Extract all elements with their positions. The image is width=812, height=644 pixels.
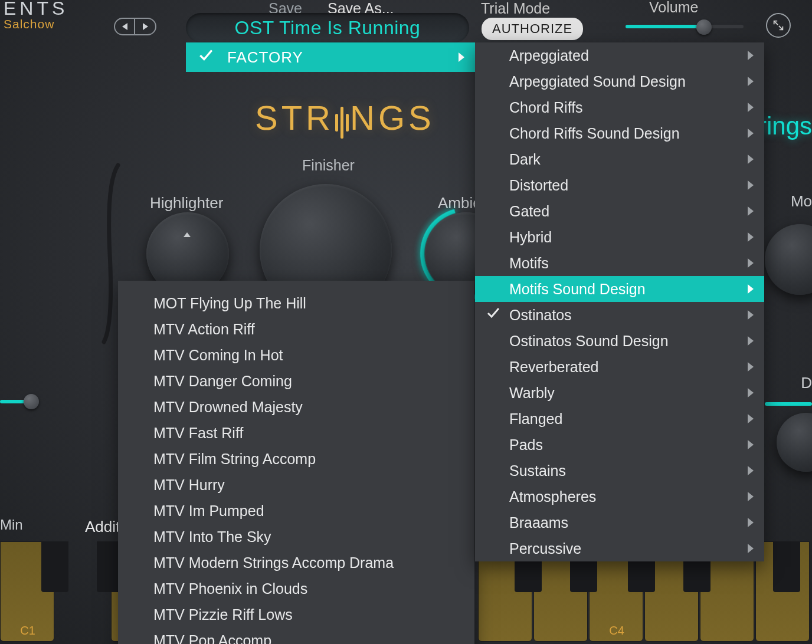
- volume-thumb[interactable]: [696, 19, 712, 35]
- category-item[interactable]: Chord Riffs: [475, 94, 764, 120]
- category-item[interactable]: Distorted: [475, 172, 764, 198]
- category-item[interactable]: Ostinatos Sound Design: [475, 328, 764, 354]
- chevron-right-icon: [748, 284, 754, 294]
- chevron-right-icon: [748, 206, 754, 216]
- category-label: Flanged: [509, 410, 562, 428]
- prev-preset-button[interactable]: [115, 19, 135, 34]
- preset-item[interactable]: MTV Coming In Hot: [118, 342, 474, 368]
- category-label: Percussive: [509, 540, 581, 557]
- category-label: Warbly: [509, 385, 555, 402]
- chevron-right-icon: [748, 388, 754, 397]
- category-item[interactable]: Gated: [475, 198, 764, 224]
- preset-item[interactable]: MTV Pizzie Riff Lows: [118, 602, 474, 627]
- category-item[interactable]: Percussive: [475, 535, 764, 561]
- category-label: Dark: [509, 151, 541, 168]
- category-label: Braaams: [509, 514, 568, 531]
- volume-fill: [626, 25, 702, 28]
- category-item[interactable]: Motifs Sound Design: [475, 276, 764, 302]
- preset-item[interactable]: MOT Flying Up The Hill: [118, 290, 474, 316]
- chevron-right-icon: [748, 362, 754, 372]
- logo-bars-icon: [334, 100, 350, 139]
- category-label: Gated: [509, 203, 549, 220]
- chevron-right-icon: [748, 336, 754, 346]
- chevron-right-icon: [748, 310, 754, 320]
- preset-item[interactable]: MTV Modern Strings Accomp Drama: [118, 550, 474, 576]
- preset-item[interactable]: MTV Action Riff: [118, 316, 474, 342]
- next-preset-button[interactable]: [135, 19, 155, 34]
- preset-item[interactable]: MTV Drowned Majesty: [118, 394, 474, 420]
- category-label: Ostinatos Sound Design: [509, 333, 669, 350]
- logo-text-right: NGS: [350, 98, 435, 137]
- volume-label: Volume: [649, 0, 698, 16]
- category-label: Reverberated: [509, 359, 598, 376]
- preset-item[interactable]: MTV Phoenix in Clouds: [118, 576, 474, 602]
- category-item[interactable]: Pads: [475, 432, 764, 458]
- trial-mode-label: Trial Mode: [481, 0, 550, 17]
- category-item[interactable]: Braaams: [475, 510, 764, 535]
- category-label: Atmospheres: [509, 488, 596, 505]
- preset-item[interactable]: MTV Hurry: [118, 472, 474, 498]
- category-item[interactable]: Motifs: [475, 250, 764, 276]
- category-item[interactable]: Dark: [475, 146, 764, 172]
- category-label: Chord Riffs Sound Design: [509, 125, 680, 142]
- chevron-right-icon: [748, 155, 754, 164]
- expand-button[interactable]: [766, 13, 791, 38]
- category-item[interactable]: Sustains: [475, 458, 764, 484]
- category-item[interactable]: Arpeggiated: [475, 42, 764, 68]
- side-mo-text: Mo: [791, 192, 812, 211]
- tab-min[interactable]: Min: [0, 517, 23, 533]
- top-bar: ENTS Salchow Save Save As... Trial Mode …: [0, 0, 812, 47]
- chevron-right-icon: [748, 492, 754, 501]
- side-slider[interactable]: [765, 402, 812, 406]
- check-icon: [198, 48, 213, 67]
- category-label: Motifs Sound Design: [509, 281, 646, 298]
- category-item[interactable]: Ostinatos: [475, 302, 764, 328]
- category-label: Sustains: [509, 462, 566, 479]
- side-knob-2[interactable]: [777, 413, 812, 472]
- category-item[interactable]: Arpeggiated Sound Design: [475, 68, 764, 94]
- category-label: Hybrid: [509, 229, 552, 246]
- chevron-right-icon: [748, 51, 754, 60]
- side-knob-1[interactable]: [765, 224, 812, 295]
- preset-nav: [114, 18, 156, 35]
- key-c1-label: C1: [1, 624, 55, 638]
- category-label: Arpeggiated Sound Design: [509, 73, 686, 90]
- category-label: Chord Riffs: [509, 99, 583, 116]
- category-item[interactable]: Warbly: [475, 380, 764, 406]
- preset-item[interactable]: MTV Im Pumped: [118, 498, 474, 524]
- category-item[interactable]: Chord Riffs Sound Design: [475, 120, 764, 146]
- check-icon: [486, 306, 500, 324]
- volume-slider[interactable]: [626, 25, 744, 28]
- category-menu: ArpeggiatedArpeggiated Sound DesignChord…: [475, 42, 764, 561]
- logo-text-left: STR: [255, 98, 334, 137]
- factory-label: FACTORY: [227, 48, 303, 67]
- preset-list: MOT Flying Up The HillMTV Action RiffMTV…: [118, 281, 474, 644]
- factory-menu-item[interactable]: FACTORY: [186, 42, 475, 72]
- preset-item[interactable]: MTV Into The Sky: [118, 524, 474, 550]
- category-item[interactable]: Hybrid: [475, 224, 764, 250]
- category-item[interactable]: Flanged: [475, 406, 764, 432]
- left-slider-thumb[interactable]: [24, 394, 39, 409]
- category-label: Ostinatos: [509, 307, 572, 324]
- authorize-button[interactable]: AUTHORIZE: [482, 18, 583, 40]
- knob-marker-icon: [184, 232, 191, 237]
- expand-icon: [772, 19, 785, 32]
- chevron-right-icon: [748, 518, 754, 527]
- preset-item[interactable]: MTV Fast Riff: [118, 420, 474, 446]
- preset-item[interactable]: MTV Pop Accomp: [118, 627, 474, 644]
- key-c4-label: C4: [590, 624, 644, 638]
- category-label: Pads: [509, 436, 543, 454]
- chevron-right-icon: [748, 414, 754, 423]
- category-label: Arpeggiated: [509, 47, 589, 64]
- category-item[interactable]: Atmospheres: [475, 484, 764, 510]
- category-label: Distorted: [509, 177, 568, 194]
- chevron-right-icon: [748, 544, 754, 553]
- preset-name-display[interactable]: OST Time Is Running: [186, 13, 469, 42]
- chevron-right-icon: [748, 232, 754, 242]
- brand: ENTS Salchow: [4, 0, 68, 31]
- preset-item[interactable]: MTV Film String Accomp: [118, 446, 474, 472]
- chevron-right-icon: [748, 466, 754, 475]
- category-item[interactable]: Reverberated: [475, 354, 764, 380]
- preset-item[interactable]: MTV Danger Coming: [118, 368, 474, 394]
- side-d-text: D: [801, 374, 812, 392]
